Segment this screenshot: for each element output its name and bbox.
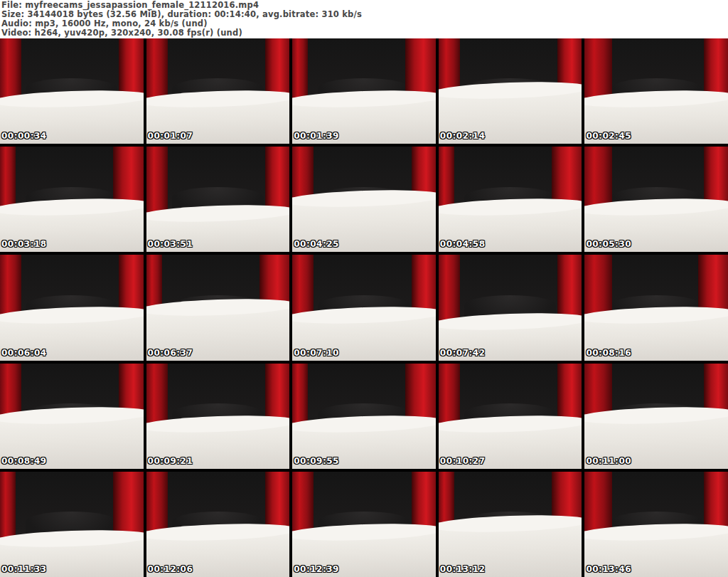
thumbnail-timestamp: 00:01:07 (148, 131, 193, 141)
thumbnail-timestamp: 00:06:37 (148, 348, 193, 358)
thumbnail-timestamp: 00:12:06 (148, 564, 193, 574)
thumbnail-timestamp: 00:08:49 (1, 456, 47, 466)
thumbnail-timestamp: 00:06:04 (1, 348, 47, 358)
thumbnail-timestamp: 00:00:34 (1, 131, 47, 141)
thumbnail-timestamp: 00:13:12 (440, 564, 486, 574)
thumbnail: 00:02:45 (584, 38, 728, 144)
thumbnail-timestamp: 00:12:39 (294, 564, 339, 574)
thumbnail: 00:11:00 (584, 364, 728, 469)
thumbnail: 00:13:12 (439, 472, 582, 577)
thumbnail-timestamp: 00:04:25 (294, 239, 339, 249)
thumbnail: 00:03:51 (146, 147, 290, 252)
thumbnail: 00:02:14 (439, 38, 582, 144)
file-metadata-header: File: myfreecams_jessapassion_female_121… (0, 0, 728, 38)
thumbnail: 00:07:10 (292, 255, 436, 360)
thumbnail: 00:00:34 (0, 38, 144, 144)
thumbnail-timestamp: 00:02:14 (440, 131, 486, 141)
thumbnail-timestamp: 00:09:21 (148, 456, 193, 466)
thumbnail-timestamp: 00:09:55 (294, 456, 339, 466)
thumbnail-timestamp: 00:03:51 (148, 239, 193, 249)
thumbnail-timestamp: 00:10:27 (440, 456, 486, 466)
metadata-video-line: Video: h264, yuv420p, 320x240, 30.08 fps… (1, 28, 728, 38)
thumbnail: 00:09:55 (292, 364, 436, 469)
thumbnail-timestamp: 00:07:42 (440, 348, 486, 358)
thumbnail: 00:12:39 (292, 472, 436, 577)
thumbnail-timestamp: 00:08:16 (586, 348, 631, 358)
thumbnail-timestamp: 00:04:58 (440, 239, 486, 249)
thumbnail: 00:01:39 (292, 38, 436, 144)
thumbnail-timestamp: 00:07:10 (294, 348, 339, 358)
thumbnail-timestamp: 00:11:33 (1, 564, 47, 574)
thumbnail: 00:03:18 (0, 147, 144, 252)
thumbnail-timestamp: 00:05:30 (586, 239, 631, 249)
thumbnail: 00:09:21 (146, 364, 290, 469)
thumbnail: 00:04:25 (292, 147, 436, 252)
thumbnail-timestamp: 00:11:00 (586, 456, 631, 466)
thumbnail: 00:12:06 (146, 472, 290, 577)
thumbnail-grid: 00:00:34 00:01:07 00:01:39 00:02:14 (0, 38, 728, 577)
contact-sheet: File: myfreecams_jessapassion_female_121… (0, 0, 728, 577)
thumbnail: 00:04:58 (439, 147, 582, 252)
thumbnail-timestamp: 00:13:46 (586, 564, 631, 574)
thumbnail-timestamp: 00:01:39 (294, 131, 339, 141)
thumbnail: 00:01:07 (146, 38, 290, 144)
thumbnail: 00:05:30 (584, 147, 728, 252)
thumbnail: 00:11:33 (0, 472, 144, 577)
thumbnail-timestamp: 00:02:45 (586, 131, 631, 141)
thumbnail: 00:08:49 (0, 364, 144, 469)
thumbnail: 00:06:37 (146, 255, 290, 360)
thumbnail: 00:13:46 (584, 472, 728, 577)
thumbnail: 00:08:16 (584, 255, 728, 360)
thumbnail: 00:07:42 (439, 255, 582, 360)
thumbnail: 00:10:27 (439, 364, 582, 469)
thumbnail-timestamp: 00:03:18 (1, 239, 47, 249)
thumbnail: 00:06:04 (0, 255, 144, 360)
